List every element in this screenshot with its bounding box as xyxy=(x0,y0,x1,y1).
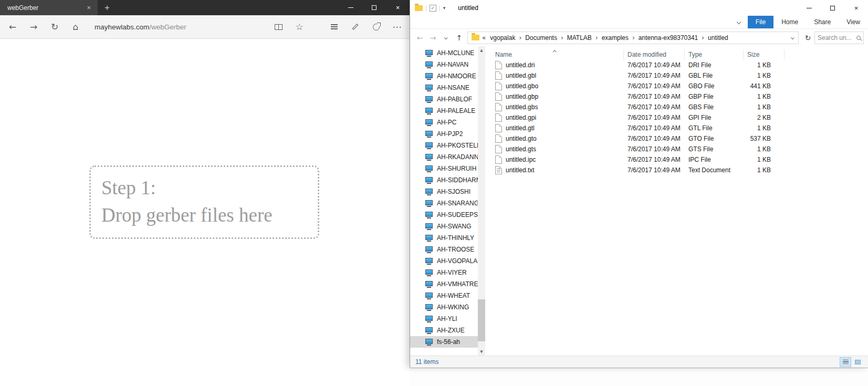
refresh-button[interactable]: ↻ xyxy=(44,16,65,37)
file-size: 2 KB xyxy=(744,114,785,121)
folder-icon[interactable] xyxy=(415,5,423,11)
file-row[interactable]: untitled.dri 7/6/2017 10:49 AM DRI File … xyxy=(491,60,868,70)
tree-item[interactable]: AH-PKOSTELE xyxy=(410,140,478,151)
tree-item[interactable]: AH-PJP2 xyxy=(410,128,478,140)
nav-forward-button[interactable]: → xyxy=(426,31,440,44)
file-row[interactable]: untitled.gbo 7/6/2017 10:49 AM GBO File … xyxy=(491,81,868,91)
file-row[interactable]: untitled.gbp 7/6/2017 10:49 AM GBP File … xyxy=(491,91,868,102)
search-box[interactable] xyxy=(814,32,864,44)
browser-close-button[interactable]: × xyxy=(386,0,410,15)
tree-item[interactable]: AH-RKADANNA xyxy=(410,151,478,163)
tree-item[interactable]: fs-56-ah xyxy=(410,336,478,348)
breadcrumb-item[interactable]: antenna-ex98370341 xyxy=(637,33,699,43)
tree-item[interactable]: AH-PALEALE xyxy=(410,105,478,117)
qat-check-button[interactable]: ✓ xyxy=(430,5,436,12)
explorer-minimize-button[interactable] xyxy=(797,0,821,16)
breadcrumb-item[interactable]: Documents xyxy=(524,33,559,43)
tree-item[interactable]: AH-ZXUE xyxy=(410,325,478,336)
tree-item[interactable]: AH-PABLOF xyxy=(410,93,478,105)
scroll-up-button[interactable]: ▲ xyxy=(478,46,485,54)
ribbon-tab[interactable]: File xyxy=(748,16,773,28)
breadcrumb-overflow[interactable]: « xyxy=(482,34,486,41)
tree-item[interactable]: AH-TROOSE xyxy=(410,244,478,255)
scroll-thumb[interactable] xyxy=(478,299,485,341)
tree-item[interactable]: AH-VGOPALAK xyxy=(410,255,478,267)
tree-item[interactable]: AH-VMHATRE xyxy=(410,278,478,290)
web-note-button[interactable] xyxy=(344,16,365,37)
share-button[interactable] xyxy=(365,16,386,37)
search-input[interactable] xyxy=(818,34,855,41)
tab-close-icon[interactable]: × xyxy=(84,3,93,13)
refresh-button[interactable]: ↻ xyxy=(801,31,814,44)
nav-back-button[interactable]: ← xyxy=(413,31,426,44)
qat-customize-button[interactable]: ▾ xyxy=(443,5,446,11)
tree-item[interactable]: AH-NAVAN xyxy=(410,59,478,70)
recent-locations-dropdown[interactable] xyxy=(440,31,453,44)
file-row[interactable]: untitled.gtl 7/6/2017 10:49 AM GTL File … xyxy=(491,123,868,133)
details-view-button[interactable] xyxy=(840,358,851,367)
tree-item[interactable]: AH-NMOORE xyxy=(410,70,478,82)
tree-item[interactable]: AH-YLI xyxy=(410,313,478,325)
hub-button[interactable] xyxy=(323,16,344,37)
file-type: GBL File xyxy=(685,72,744,79)
file-row[interactable]: untitled.gpi 7/6/2017 10:49 AM GPI File … xyxy=(491,112,868,123)
ribbon-tab[interactable]: Home xyxy=(773,16,806,28)
tree-item[interactable]: AH-WKING xyxy=(410,301,478,313)
computer-icon xyxy=(425,316,433,322)
file-row[interactable]: untitled.ipc 7/6/2017 10:49 AM IPC File … xyxy=(491,154,868,165)
column-header-size[interactable]: Size xyxy=(744,49,785,60)
tree-item[interactable]: AH-MCLUNE xyxy=(410,47,478,59)
tree-item[interactable]: AH-THINHLY xyxy=(410,232,478,244)
breadcrumb-item[interactable]: vgopalak xyxy=(488,33,517,43)
column-header-date-modified[interactable]: Date modified xyxy=(624,49,685,60)
file-row[interactable]: untitled.gts 7/6/2017 10:49 AM GTS File … xyxy=(491,144,868,154)
ribbon-minimize-button[interactable] xyxy=(737,16,748,28)
file-list-pane: Name Date modified Type Size untitled.dr… xyxy=(485,46,868,356)
file-date-modified: 7/6/2017 10:49 AM xyxy=(624,114,685,121)
tree-item[interactable]: AH-SWANG xyxy=(410,221,478,232)
large-icons-view-button[interactable] xyxy=(852,358,863,367)
file-type: DRI File xyxy=(685,61,744,69)
browser-maximize-button[interactable] xyxy=(362,0,386,15)
browser-minimize-button[interactable] xyxy=(339,0,362,15)
ribbon-tab[interactable]: Share xyxy=(806,16,839,28)
more-button[interactable]: ⋯ xyxy=(386,16,407,37)
tab-webgerber[interactable]: webGerber × xyxy=(0,0,98,15)
explorer-close-button[interactable]: × xyxy=(844,0,868,16)
forward-button[interactable]: → xyxy=(23,16,44,37)
file-row[interactable]: untitled.gbl 7/6/2017 10:49 AM GBL File … xyxy=(491,70,868,81)
scroll-down-button[interactable]: ▼ xyxy=(478,348,485,356)
gerber-dropzone[interactable]: Step 1: Drop gerber files here xyxy=(89,165,319,239)
tree-item[interactable]: AH-PC xyxy=(410,117,478,128)
tree-item[interactable]: AH-WHEAT xyxy=(410,290,478,301)
file-date-modified: 7/6/2017 10:49 AM xyxy=(624,61,685,69)
file-row[interactable]: untitled.gto 7/6/2017 10:49 AM GTO File … xyxy=(491,133,868,144)
favorite-star-button[interactable]: ☆ xyxy=(289,16,310,37)
tree-item[interactable]: AH-VIYER xyxy=(410,267,478,278)
new-tab-button[interactable]: + xyxy=(98,0,117,15)
tree-item[interactable]: AH-SJOSHI xyxy=(410,186,478,197)
ribbon-tab[interactable]: View xyxy=(839,16,868,28)
home-button[interactable]: ⌂ xyxy=(65,16,86,37)
file-row[interactable]: untitled.txt 7/6/2017 10:49 AM Text Docu… xyxy=(491,165,868,175)
tree-item[interactable]: AH-SIDDHARM1 xyxy=(410,174,478,186)
tree-scrollbar[interactable]: ▲ ▼ xyxy=(478,46,485,356)
tree-item[interactable]: AH-SHURUIH xyxy=(410,163,478,174)
tree-item[interactable]: AH-NSANE xyxy=(410,82,478,93)
file-type: Text Document xyxy=(685,166,744,174)
tree-item[interactable]: AH-SUDEEPSH xyxy=(410,209,478,221)
reading-view-button[interactable] xyxy=(268,16,289,37)
file-row[interactable]: untitled.gbs 7/6/2017 10:49 AM GBS File … xyxy=(491,102,868,112)
breadcrumb-item[interactable]: MATLAB xyxy=(566,33,593,43)
address-bar[interactable]: mayhewlabs.com/webGerber xyxy=(86,23,268,31)
breadcrumb-item[interactable]: untitled xyxy=(706,33,730,43)
breadcrumb-item[interactable]: examples xyxy=(600,33,630,43)
explorer-maximize-button[interactable] xyxy=(821,0,844,16)
column-header-type[interactable]: Type xyxy=(685,49,744,60)
tree-item[interactable]: AH-SNARANG xyxy=(410,197,478,209)
address-dropdown-button[interactable] xyxy=(789,36,797,39)
column-header-name[interactable]: Name xyxy=(491,49,624,60)
breadcrumb-bar[interactable]: « vgopalak › Documents › MATLAB › exampl… xyxy=(467,32,799,44)
nav-up-button[interactable]: ↑ xyxy=(453,31,466,44)
back-button[interactable]: ← xyxy=(2,16,23,37)
